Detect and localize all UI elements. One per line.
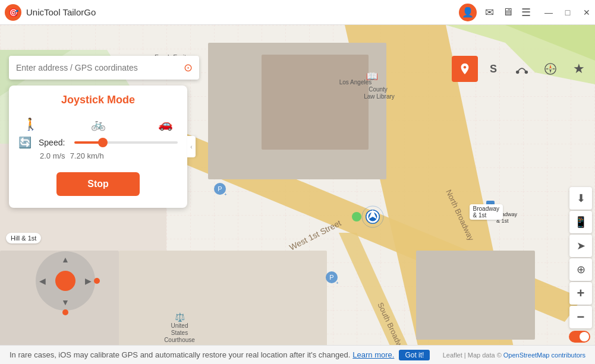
joystick-control[interactable]: ▲ ▼ ◀ ▶: [36, 251, 95, 311]
joystick-down-arrow[interactable]: ▼: [61, 297, 70, 307]
svg-point-47: [352, 212, 361, 221]
speed-mps: 2.0 m/s: [40, 151, 65, 160]
joystick-right-arrow[interactable]: ▶: [85, 276, 92, 286]
navigation-button[interactable]: ➤: [569, 235, 592, 257]
notification-bar: In rare cases, iOS may calibrate GPS and…: [0, 345, 595, 364]
menu-icon[interactable]: ☰: [521, 6, 531, 19]
crosshair-button[interactable]: ⊕: [569, 258, 592, 281]
app-icon: 🎯: [5, 4, 21, 21]
minimize-button[interactable]: —: [540, 4, 557, 21]
maximize-button[interactable]: □: [559, 4, 576, 21]
broadway-1st-text: Broadway& 1st: [473, 205, 499, 219]
speed-kmph: 7.20 km/h: [70, 151, 104, 160]
mail-icon[interactable]: ✉: [485, 6, 494, 19]
speed-slider[interactable]: [74, 141, 178, 144]
svg-text:P: P: [218, 185, 222, 192]
osm-link[interactable]: OpenStreetMap contributors: [503, 352, 585, 359]
joystick-up-arrow[interactable]: ▲: [61, 255, 70, 264]
titlebar: 🎯 UnicTool TailorGo 👤 ✉ 🖥 ☰ — □ ✕: [0, 0, 595, 25]
joystick-panel: Joystick Mode 🚶 🚲 🚗 🔄 Speed: 2.0 m/s 7.2…: [9, 86, 187, 208]
svg-text:United: United: [171, 322, 188, 329]
svg-text:+: +: [224, 192, 227, 197]
monitor-icon[interactable]: 🖥: [502, 6, 513, 18]
toggle-switch[interactable]: [569, 331, 590, 343]
hill-1st-label: Hill & 1st: [6, 233, 41, 243]
svg-text:States: States: [171, 330, 188, 336]
hill-1st-text: Hill & 1st: [11, 235, 36, 242]
favorites-button[interactable]: ★: [566, 56, 592, 82]
speed-section: 🚶 🚲 🚗 🔄 Speed: 2.0 m/s 7.20 km/h: [9, 112, 187, 167]
joystick-outer[interactable]: ▲ ▼ ◀ ▶: [36, 251, 95, 311]
search-input[interactable]: [9, 63, 177, 72]
user-avatar[interactable]: 👤: [459, 4, 477, 21]
notification-text: In rare cases, iOS may calibrate GPS and…: [10, 350, 350, 359]
svg-text:+: +: [336, 280, 339, 286]
svg-marker-55: [549, 65, 552, 69]
app-icon-letter: 🎯: [8, 8, 18, 17]
app-title: UnicTool TailorGo: [26, 7, 459, 17]
svg-text:Courthouse: Courthouse: [164, 337, 195, 343]
svg-marker-56: [549, 69, 552, 73]
svg-text:⚖️: ⚖️: [175, 312, 185, 322]
joystick-dot-right: [94, 278, 100, 284]
joystick-dot-bottom: [62, 309, 68, 315]
toolbar: S ★: [452, 56, 592, 82]
attribution-text: Leaflet | Map data © OpenStreetMap contr…: [443, 352, 585, 359]
car-icon[interactable]: 🚗: [158, 117, 173, 131]
compass-button[interactable]: [537, 56, 563, 82]
joystick-title: Joystick Mode: [9, 86, 187, 112]
broadway-1st-label: Broadway& 1st: [470, 204, 503, 220]
svg-rect-10: [262, 55, 369, 150]
svg-text:📖: 📖: [366, 71, 378, 82]
panel-toggle[interactable]: ‹: [187, 136, 196, 157]
zoom-out-button[interactable]: −: [569, 306, 592, 328]
walk-icon[interactable]: 🚶: [23, 117, 38, 131]
download-button[interactable]: ⬇: [569, 187, 592, 210]
search-bar: ⊙: [9, 56, 199, 80]
map-area: West 1st Street North Broadway South Bro…: [0, 25, 595, 364]
zoom-in-button[interactable]: +: [569, 282, 592, 305]
transport-icons: 🚶 🚲 🚗: [18, 117, 178, 136]
close-button[interactable]: ✕: [578, 4, 595, 21]
toggle-knob: [580, 332, 589, 341]
route-s-button[interactable]: S: [480, 56, 506, 82]
speed-values: 2.0 m/s 7.20 km/h: [18, 149, 178, 160]
svg-point-53: [525, 71, 528, 74]
svg-rect-13: [416, 251, 535, 340]
svg-point-52: [517, 71, 519, 74]
titlebar-icons: 👤 ✉ 🖥 ☰: [459, 4, 531, 21]
speed-label: Speed:: [39, 138, 65, 147]
joystick-center[interactable]: [55, 271, 75, 291]
svg-text:Law Library: Law Library: [364, 93, 395, 100]
pin-tool-button[interactable]: [452, 56, 478, 82]
phone-button[interactable]: 📱: [569, 211, 592, 233]
got-it-button[interactable]: Got it!: [399, 350, 430, 360]
bike-icon[interactable]: 🚲: [91, 117, 106, 131]
route-curve-button[interactable]: [509, 56, 535, 82]
search-button[interactable]: ⊙: [177, 56, 199, 79]
window-controls: — □ ✕: [540, 4, 595, 21]
stop-button[interactable]: Stop: [56, 172, 140, 196]
svg-text:P: P: [329, 274, 333, 281]
speed-row: 🔄 Speed:: [18, 136, 178, 149]
svg-text:County: County: [369, 86, 388, 93]
map-right-buttons: ⬇ 📱 ➤ ⊕ + −: [569, 187, 592, 328]
learn-more-link[interactable]: Learn more.: [352, 350, 394, 359]
joystick-left-arrow[interactable]: ◀: [39, 276, 46, 286]
